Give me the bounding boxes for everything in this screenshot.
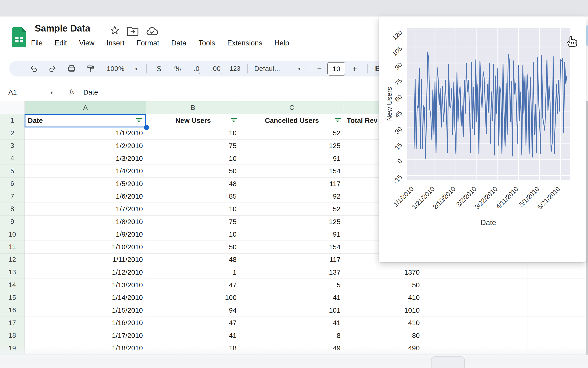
cell-D15[interactable]: 410 [344, 291, 423, 304]
filter-icon[interactable] [334, 116, 342, 123]
col-header-C[interactable]: C [240, 101, 344, 114]
document-title[interactable]: Sample Data [35, 23, 90, 34]
cell-A13[interactable]: 1/12/2010 [25, 266, 146, 279]
sheets-logo[interactable] [12, 27, 26, 47]
cell-F13[interactable] [528, 266, 588, 279]
menu-item-edit[interactable]: Edit [55, 39, 67, 47]
cell-B1[interactable]: New Users [146, 114, 240, 127]
name-box-caret-icon[interactable]: ▾ [51, 90, 53, 95]
cell-C12[interactable]: 117 [240, 254, 344, 266]
row-header-11[interactable]: 11 [0, 241, 25, 254]
cell-B7[interactable]: 85 [146, 190, 240, 203]
cell-B16[interactable]: 94 [146, 304, 240, 317]
cell-C2[interactable]: 52 [240, 127, 344, 140]
cell-A3[interactable]: 1/2/2010 [25, 139, 146, 152]
menu-item-extensions[interactable]: Extensions [227, 39, 263, 47]
cell-B4[interactable]: 10 [146, 152, 240, 165]
row-header-7[interactable]: 7 [0, 190, 25, 203]
cell-B8[interactable]: 10 [146, 203, 240, 215]
cell-F19[interactable] [528, 342, 588, 355]
cloud-saved-icon[interactable] [146, 27, 159, 36]
cell-A12[interactable]: 1/11/2010 [25, 254, 146, 266]
cell-D18[interactable]: 80 [344, 329, 423, 342]
cell-B6[interactable]: 48 [146, 177, 240, 190]
cell-E16[interactable] [423, 304, 528, 317]
row-header-8[interactable]: 8 [0, 203, 25, 215]
cell-F17[interactable] [528, 317, 588, 330]
cell-C5[interactable]: 154 [240, 165, 344, 177]
cell-E13[interactable] [423, 266, 528, 279]
row-header-15[interactable]: 15 [0, 291, 25, 304]
cell-D17[interactable]: 410 [344, 317, 423, 330]
menu-item-view[interactable]: View [79, 39, 95, 47]
star-icon[interactable] [109, 25, 120, 36]
cell-F15[interactable] [528, 291, 588, 304]
currency-format-button[interactable]: $ [153, 61, 165, 76]
zoom-caret-icon[interactable]: ▾ [133, 61, 140, 76]
menu-item-data[interactable]: Data [171, 39, 186, 47]
cell-C13[interactable]: 137 [240, 266, 344, 279]
row-header-4[interactable]: 4 [0, 152, 25, 165]
zoom-select[interactable]: 100% [103, 61, 128, 76]
col-header-B[interactable]: B [146, 101, 240, 114]
cell-A19[interactable]: 1/18/2010 [25, 342, 146, 355]
row-header-1[interactable]: 1 [0, 114, 25, 127]
cell-C4[interactable]: 91 [240, 152, 344, 165]
cell-C1[interactable]: Cancelled Users [240, 114, 344, 127]
increase-font-size-button[interactable]: + [350, 61, 360, 76]
cell-E15[interactable] [423, 291, 528, 304]
row-header-13[interactable]: 13 [0, 266, 25, 279]
percent-format-button[interactable]: % [172, 61, 183, 76]
row-header-10[interactable]: 10 [0, 228, 25, 241]
cell-C7[interactable]: 92 [240, 190, 344, 203]
cell-A6[interactable]: 1/5/2010 [25, 177, 146, 190]
row-header-18[interactable]: 18 [0, 329, 25, 342]
cell-B3[interactable]: 75 [146, 139, 240, 152]
row-header-6[interactable]: 6 [0, 177, 25, 190]
grid-corner[interactable] [0, 101, 25, 114]
menu-item-insert[interactable]: Insert [106, 39, 124, 47]
font-size-input[interactable]: 10 [327, 62, 345, 75]
cell-E19[interactable] [423, 342, 528, 355]
cell-A18[interactable]: 1/17/2010 [25, 329, 146, 342]
cell-A7[interactable]: 1/6/2010 [25, 190, 146, 203]
cell-B15[interactable]: 100 [146, 291, 240, 304]
row-header-16[interactable]: 16 [0, 304, 25, 317]
menu-item-file[interactable]: File [31, 39, 43, 47]
cell-A16[interactable]: 1/15/2010 [25, 304, 146, 317]
row-header-5[interactable]: 5 [0, 165, 25, 177]
menu-item-format[interactable]: Format [137, 39, 159, 47]
row-header-14[interactable]: 14 [0, 279, 25, 292]
cell-D13[interactable]: 1370 [344, 266, 423, 279]
decrease-font-size-button[interactable]: − [314, 61, 325, 76]
cell-B18[interactable]: 41 [146, 329, 240, 342]
cell-B2[interactable]: 10 [146, 127, 240, 140]
style-select[interactable]: Defaul... [254, 61, 291, 76]
cell-F16[interactable] [528, 304, 588, 317]
cell-A8[interactable]: 1/7/2010 [25, 203, 146, 215]
paint-format-button[interactable] [85, 61, 96, 76]
cell-B5[interactable]: 50 [146, 165, 240, 177]
cell-C17[interactable]: 41 [240, 317, 344, 330]
cell-C6[interactable]: 117 [240, 177, 344, 190]
cell-B11[interactable]: 50 [146, 241, 240, 254]
cell-C9[interactable]: 125 [240, 215, 344, 228]
filter-icon[interactable] [230, 116, 238, 123]
undo-button[interactable] [28, 61, 39, 76]
cell-F14[interactable] [528, 279, 588, 292]
cell-B9[interactable]: 75 [146, 215, 240, 228]
name-box[interactable]: A1 [8, 88, 17, 96]
cell-A11[interactable]: 1/10/2010 [25, 241, 146, 254]
cell-B12[interactable]: 48 [146, 254, 240, 266]
row-header-3[interactable]: 3 [0, 139, 25, 152]
horizontal-scroll-thumb[interactable] [431, 356, 465, 368]
cell-E17[interactable] [423, 317, 528, 330]
vertical-scrollbar[interactable] [586, 101, 588, 355]
cell-F18[interactable] [528, 329, 588, 342]
cell-A5[interactable]: 1/4/2010 [25, 165, 146, 177]
cell-A14[interactable]: 1/13/2010 [25, 279, 146, 292]
cell-A9[interactable]: 1/8/2010 [25, 215, 146, 228]
increase-decimal-button[interactable]: .00→ [208, 61, 223, 76]
redo-button[interactable] [47, 61, 58, 76]
cell-C19[interactable]: 49 [240, 342, 344, 355]
